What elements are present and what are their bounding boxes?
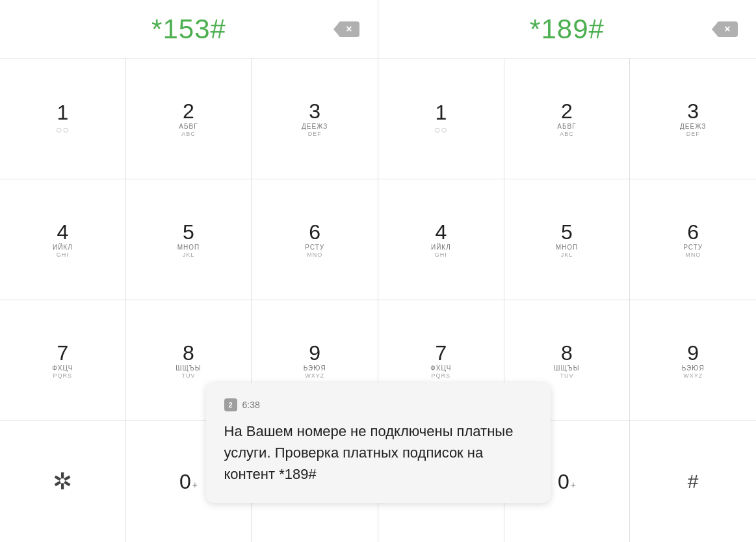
dialer-right-display: *189# bbox=[391, 14, 743, 45]
dialer-right-header: *189# bbox=[378, 0, 756, 58]
key-left-2[interactable]: 2 АБВГ ABC bbox=[126, 58, 252, 179]
key-right-5[interactable]: 5 МНОП JKL bbox=[504, 179, 631, 300]
backspace-right-icon bbox=[717, 21, 738, 37]
notification-time: 6:38 bbox=[242, 400, 260, 410]
backspace-left-icon bbox=[339, 21, 359, 37]
dialer-right-backspace[interactable] bbox=[712, 16, 743, 42]
dialer-left-backspace[interactable] bbox=[333, 16, 365, 42]
key-right-6[interactable]: 6 РСТУ MNO bbox=[630, 179, 756, 300]
key-right-4[interactable]: 4 ИЙКЛ GHI bbox=[378, 179, 504, 300]
notification-text: На Вашем номере не подключены платные ус… bbox=[224, 420, 532, 485]
notification-overlay: 2 6:38 На Вашем номере не подключены пла… bbox=[206, 383, 551, 503]
key-right-3[interactable]: 3 ДЕЁЖЗ DEF bbox=[630, 58, 756, 179]
notification-header: 2 6:38 bbox=[224, 398, 532, 411]
key-right-hash[interactable]: # bbox=[630, 421, 756, 542]
key-left-7[interactable]: 7 ФХЦЧ PQRS bbox=[0, 300, 126, 421]
key-left-6[interactable]: 6 РСТУ MNO bbox=[252, 179, 378, 300]
key-left-5[interactable]: 5 МНОП JKL bbox=[126, 179, 252, 300]
notification-sim-badge: 2 bbox=[224, 398, 237, 411]
key-right-1[interactable]: 1 ○○ bbox=[378, 58, 504, 179]
key-left-star[interactable]: ✲ bbox=[0, 421, 126, 542]
key-left-3[interactable]: 3 ДЕЁЖЗ DEF bbox=[252, 58, 378, 179]
notification-card: 2 6:38 На Вашем номере не подключены пла… bbox=[206, 383, 551, 503]
dialers-container: *153# 1 ○○ 2 АБВГ ABC 3 ДЕЁЖЗ bbox=[0, 0, 756, 542]
key-right-2[interactable]: 2 АБВГ ABC bbox=[504, 58, 631, 179]
key-right-9[interactable]: 9 ЬЭЮЯ WXYZ bbox=[630, 300, 756, 421]
dialer-left-display: *153# bbox=[13, 14, 365, 45]
dialer-left-header: *153# bbox=[0, 0, 378, 58]
key-left-4[interactable]: 4 ИЙКЛ GHI bbox=[0, 179, 126, 300]
key-left-1[interactable]: 1 ○○ bbox=[0, 58, 126, 179]
